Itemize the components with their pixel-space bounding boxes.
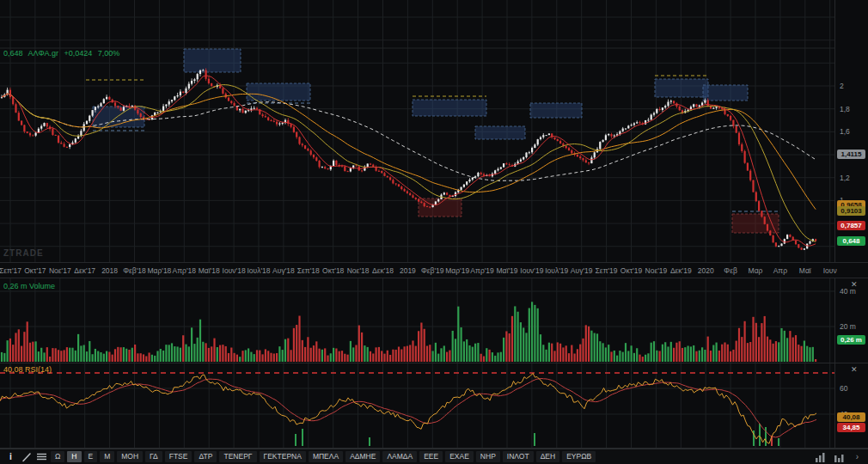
ticker-button[interactable]: ΔΤΡ [194,451,217,462]
volume-bar [174,346,175,362]
volume-bar [392,350,394,362]
volume-bar [250,352,252,362]
candle-body [588,162,590,163]
ticker-button[interactable]: ΝΗΡ [476,451,500,462]
time-label: Ιουν'18 [223,266,246,275]
candle-body [319,161,321,167]
volume-bar [112,355,113,362]
volume-bar [542,345,544,362]
volume-bar [540,334,541,362]
ticker-button[interactable]: ΕΧΑΕ [445,451,474,462]
candle-body [29,133,31,136]
rsi-value-label: 40,08 [837,412,865,422]
toolbar-right-icons: › [813,451,864,462]
volume-bar [347,355,349,362]
volume-bar [77,334,79,362]
volume-bar [162,351,164,362]
volume-bar [437,354,439,362]
candle-body [426,206,428,207]
candle-body [180,92,181,95]
price-axis[interactable]: 21,81,61,210,81,41150,96580,91030,78570,… [834,0,868,262]
volume-bar [290,350,292,362]
candle-body [693,104,694,107]
candle-body [344,167,345,172]
candle-body [404,189,406,191]
ticker-button[interactable]: ΑΔΜΗΕ [345,451,380,462]
candle-body [293,127,295,132]
volume-bar [682,348,683,362]
volume-bar [225,346,227,362]
volume-pane[interactable]: 0,26 m Volume 40 m20 m0,26 m ✕ [0,278,868,363]
volume-bar [273,353,275,362]
ticker-button[interactable]: ΛΑΜΔΑ [382,451,417,462]
time-axis[interactable]: Σεπ'17Οκτ'17Νοε'17Δεκ'172018Φεβ'18Μαρ'18… [0,263,868,278]
ticker-button[interactable]: ΔΕΗ [536,451,560,462]
volume-bar [599,341,601,362]
candle-body [627,125,629,128]
volume-bar [49,357,51,362]
candle-body [767,224,768,231]
watchlist-icon[interactable] [35,451,48,462]
bar-chart-icon[interactable] [813,451,826,462]
symbol-name: ΑΛΦΑ.gr [28,49,58,58]
candle-body [392,180,394,183]
volume-bar [656,351,657,362]
price-floating-label: 1,4115 [837,150,865,159]
ticker-button[interactable]: ΤΕΝΕΡΓ [219,451,256,462]
volume-bar [355,345,357,362]
candle-body [211,83,212,86]
candle-body [117,106,119,107]
volume-bar [23,332,25,362]
candle-body [443,192,445,194]
volume-axis[interactable]: 40 m20 m0,26 m [834,278,868,363]
timeframe-button[interactable]: Μ [100,451,114,462]
volume-bar [43,352,45,362]
time-label: Νοε'17 [49,266,71,275]
candle-body [254,108,255,109]
volume-bar [69,348,70,362]
volume-bar [670,342,672,362]
volume-bar [736,341,737,362]
close-volume-pane-button[interactable]: ✕ [851,281,858,289]
ticker-button[interactable]: ΕΥΡΩΒ [562,451,596,462]
time-label: Σεπ'18 [297,266,320,275]
candle-body [276,122,278,125]
candlestick-chart[interactable] [0,0,834,262]
timeframe-button[interactable]: Η [67,451,81,462]
ticker-button[interactable]: ΓΔ [145,451,162,462]
candle-body [234,103,235,106]
ticker-button[interactable]: ΙΝΛΟΤ [503,451,534,462]
close-rsi-pane-button[interactable]: ✕ [851,366,858,374]
volume-bar [333,348,334,362]
volume-chart[interactable] [0,278,834,363]
timeframe-button[interactable]: Ω [51,451,64,462]
volume-bar [716,343,718,362]
supply-zone [703,85,748,101]
price-pane[interactable]: 0,648 ΑΛΦΑ.gr +0,0424 7,00% ZTRADE 21,81… [0,0,868,263]
time-label: Σεπ'17 [0,266,21,275]
volume-bar [789,331,791,362]
expand-panel-icon[interactable]: › [851,451,864,462]
draw-tool-icon[interactable] [20,451,33,462]
candle-body [795,241,797,244]
rsi-chart[interactable] [0,363,834,448]
time-label: Ιουν'19 [520,266,543,275]
volume-bar [304,347,306,362]
timeframe-button[interactable]: Ε [84,451,98,462]
candle-body [542,135,544,137]
rsi-pane[interactable]: 40,08 RSI(14) 604040,0834,85 ✕ [0,363,868,449]
ticker-button[interactable]: ΓΕΚΤΕΡΝΑ [260,451,306,462]
rsi-axis[interactable]: 604040,0834,85 [834,363,868,448]
ticker-button[interactable]: ΕΕΕ [419,451,443,462]
candle-body [58,136,59,143]
histogram-icon[interactable] [832,451,845,462]
volume-bar [477,343,479,362]
volume-bar [806,346,808,362]
info-icon[interactable]: i [4,451,17,462]
ticker-button[interactable]: ΜΟΗ [117,451,143,462]
ticker-button[interactable]: FTSE [165,451,193,462]
ticker-button[interactable]: ΜΠΕΛΑ [309,451,343,462]
volume-bar [352,347,354,362]
volume-bar [653,341,655,362]
volume-bar [534,305,535,362]
